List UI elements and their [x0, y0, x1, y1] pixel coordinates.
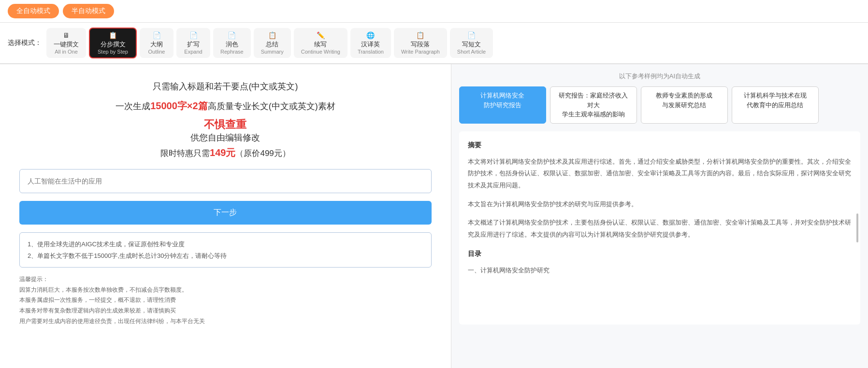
sample-tab-4[interactable]: 计算机科学与技术在现 代教育中的应用总结 — [732, 86, 819, 124]
warm-tips-label: 温馨提示： — [19, 276, 48, 283]
mode-selector-bar: 选择模式： 🖥 一键撰文 All in One 📋 分步撰文 Step by S… — [0, 23, 868, 64]
allinone-zh: 一键撰文 — [54, 40, 79, 49]
mode-item-short[interactable]: 📄 写短文 Short Article — [450, 28, 493, 58]
mode-selector-label: 选择模式： — [8, 39, 42, 47]
headline-line2: 一次生成15000字×2篇高质量专业长文(中文或英文)素材 — [19, 97, 432, 114]
warm-tip-3: 本服务对带有复杂数理逻辑内容的生成效果较差，请谨慎购买 — [19, 307, 176, 314]
stepbystep-zh: 分步撰文 — [101, 40, 126, 49]
note-item-2: 2、单篇长文字数不低于15000字,生成时长总计30分钟左右，请耐心等待 — [28, 250, 423, 261]
short-icon: 📄 — [467, 31, 476, 39]
sample-tab-2[interactable]: 研究报告：家庭经济收入对大 学生主观幸福感的影响 — [550, 86, 637, 124]
price-suffix: （原价499元） — [235, 149, 290, 158]
sample-tabs: 计算机网络安全 防护研究报告 研究报告：家庭经济收入对大 学生主观幸福感的影响 … — [459, 86, 860, 124]
mode-item-stepbystep[interactable]: 📋 分步撰文 Step by Step — [89, 28, 137, 58]
next-button[interactable]: 下一步 — [19, 201, 432, 225]
outline-en: Outline — [148, 49, 165, 55]
topic-input[interactable] — [19, 169, 432, 193]
continue-icon: ✏️ — [317, 31, 325, 39]
summary-zh: 总结 — [266, 40, 278, 49]
stepbystep-en: Step by Step — [98, 49, 128, 55]
mode-item-summary[interactable]: 📋 总结 Summary — [254, 28, 291, 58]
summary-en: Summary — [261, 49, 284, 55]
outline-zh: 大纲 — [150, 40, 163, 49]
content-para1: 本文将对计算机网络安全防护技术及其应用进行综述。首先，通过介绍安全威胁类型，分析… — [468, 156, 852, 192]
left-panel: 只需输入标题和若干要点(中文或英文) 一次生成15000字×2篇高质量专业长文(… — [0, 64, 451, 368]
sample-tab-3[interactable]: 教师专业素质的形成 与发展研究总结 — [641, 86, 728, 124]
mode-item-continue[interactable]: ✏️ 续写 Continue Writing — [294, 28, 347, 58]
stepbystep-icon: 📋 — [109, 31, 117, 39]
headline-line3: 不惧查重 — [19, 117, 432, 132]
warm-tip-1: 因算力消耗巨大，本服务按次数单独收费，不扣减会员字数额度。 — [19, 286, 188, 293]
paragraph-icon: 📋 — [416, 31, 424, 39]
allinone-icon: 🖥 — [63, 31, 70, 39]
right-panel: 以下参考样例均为AI自动生成 计算机网络安全 防护研究报告 研究报告：家庭经济收… — [451, 64, 868, 368]
mode-item-paragraph[interactable]: 📋 写段落 Write Paragraph — [394, 28, 447, 58]
top-bar: 全自动模式 半自动模式 — [0, 0, 868, 23]
mode-item-expand[interactable]: 📄 扩写 Expand — [176, 28, 210, 58]
price-prefix: 限时特惠只需 — [160, 149, 210, 158]
content-para3: 本文概述了计算机网络安全防护技术，主要包括身份认证、权限认证、数据加密、通信加密… — [468, 217, 852, 241]
translation-en: Translation — [358, 49, 384, 55]
paragraph-en: Write Paragraph — [401, 49, 440, 55]
rephrase-en: Rephrase — [220, 49, 244, 55]
translation-zh: 汉译英 — [361, 40, 380, 49]
mode-item-rephrase[interactable]: 📄 润色 Rephrase — [213, 28, 251, 58]
warm-tips: 温馨提示： 因算力消耗巨大，本服务按次数单独收费，不扣减会员字数额度。 本服务属… — [19, 274, 432, 326]
mode-item-allinone[interactable]: 🖥 一键撰文 All in One — [46, 28, 86, 58]
mode-item-outline[interactable]: 📄 大纲 Outline — [140, 28, 174, 58]
short-zh: 写短文 — [462, 40, 481, 49]
section1-title: 摘要 — [468, 139, 852, 151]
line2-highlight: 15000字×2篇 — [150, 100, 207, 111]
headline-line4: 供您自由编辑修改 — [19, 132, 432, 143]
semi-mode-button[interactable]: 半自动模式 — [63, 4, 114, 18]
allinone-en: All in One — [55, 49, 78, 55]
right-panel-title: 以下参考样例均为AI自动生成 — [459, 72, 860, 81]
sample-tab-1[interactable]: 计算机网络安全 防护研究报告 — [459, 86, 546, 124]
expand-en: Expand — [184, 49, 202, 55]
auto-mode-button[interactable]: 全自动模式 — [8, 4, 59, 18]
translation-icon: 🌐 — [366, 31, 375, 39]
price-now: 149元 — [210, 147, 235, 158]
line2-prefix: 一次生成 — [116, 101, 150, 111]
line2-suffix: 高质量专业长文(中文或英文)素材 — [208, 101, 335, 111]
continue-zh: 续写 — [314, 40, 327, 49]
warm-tip-2: 本服务属虚拟一次性服务，一经提交，概不退款，请理性消费 — [19, 297, 176, 303]
content-item1: 一、计算机网络安全防护研究 — [468, 265, 852, 277]
price-line: 限时特惠只需149元（原价499元） — [19, 146, 432, 159]
headline-line1: 只需输入标题和若干要点(中文或英文) — [19, 79, 432, 94]
summary-icon: 📋 — [268, 31, 276, 39]
section2-title: 目录 — [468, 248, 852, 260]
rephrase-zh: 润色 — [226, 40, 238, 49]
expand-zh: 扩写 — [187, 40, 200, 49]
short-en: Short Article — [457, 49, 486, 55]
notes-box: 1、使用全球先进的AIGC技术生成，保证原创性和专业度 2、单篇长文字数不低于1… — [19, 232, 432, 268]
expand-icon: 📄 — [189, 31, 198, 39]
main-content: 只需输入标题和若干要点(中文或英文) 一次生成15000字×2篇高质量专业长文(… — [0, 64, 868, 368]
outline-icon: 📄 — [153, 31, 161, 39]
paragraph-zh: 写段落 — [411, 40, 430, 49]
content-para2: 本文旨在为计算机网络安全防护技术的研究与应用提供参考。 — [468, 198, 852, 211]
rephrase-icon: 📄 — [228, 31, 236, 39]
scrollbar-indicator — [856, 213, 858, 242]
note-item-1: 1、使用全球先进的AIGC技术生成，保证原创性和专业度 — [28, 239, 423, 250]
continue-en: Continue Writing — [301, 49, 340, 55]
mode-item-translation[interactable]: 🌐 汉译英 Translation — [350, 28, 391, 58]
warm-tip-4: 用户需要对生成内容的使用途径负责，出现任何法律纠纷，与本平台无关 — [19, 318, 205, 325]
content-area: 摘要 本文将对计算机网络安全防护技术及其应用进行综述。首先，通过介绍安全威胁类型… — [459, 131, 860, 325]
